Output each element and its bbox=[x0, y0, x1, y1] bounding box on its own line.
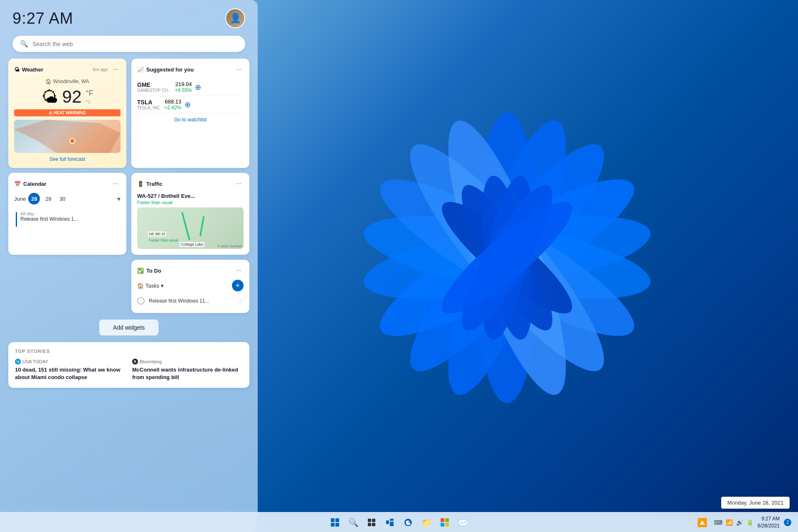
weather-map[interactable] bbox=[14, 120, 121, 153]
store-icon bbox=[440, 518, 449, 527]
calendar-chevron-icon[interactable]: ▾ bbox=[117, 195, 121, 203]
traffic-status-2: Faster than usual bbox=[148, 238, 180, 243]
event-time: All day bbox=[20, 211, 78, 216]
calendar-event[interactable]: All day Release first Windows 1... bbox=[14, 208, 121, 230]
stock-tsla-section: TSLA TESLA, INC. 688.13 +2.42% ⊕ bbox=[137, 99, 191, 111]
widgets-icon bbox=[386, 518, 394, 527]
todo-title: ✅ To Do bbox=[137, 268, 161, 274]
stock-item-tsla[interactable]: TSLA TESLA, INC. 688.13 +2.42% ⊕ bbox=[137, 96, 244, 113]
svg-rect-27 bbox=[390, 519, 394, 521]
story-item-1[interactable]: U USA TODAY 10 dead, 151 still missing: … bbox=[15, 359, 126, 381]
route2-label: NE 8th St bbox=[148, 232, 167, 236]
search-bar[interactable]: 🔍 bbox=[12, 36, 245, 52]
traffic-map[interactable]: NE 8th St Faster than usual Cottage Lake… bbox=[137, 207, 244, 249]
notification-badge[interactable]: 2 bbox=[784, 519, 791, 526]
widgets-taskbar-button[interactable] bbox=[382, 515, 397, 530]
stock-tsla-name: TESLA, INC. bbox=[137, 106, 161, 110]
clock-tray[interactable]: 9:27 AM 6/28/2021 bbox=[758, 515, 780, 530]
todo-header: ✅ To Do ··· bbox=[137, 266, 244, 276]
heat-warning: ⚠ HEAT WARNING bbox=[14, 109, 121, 116]
story-1-source: U USA TODAY bbox=[15, 359, 126, 365]
event-title: Release first Windows 1... bbox=[20, 216, 78, 222]
todo-widget: ✅ To Do ··· 🏠 Tasks ▾ + Release first Wi… bbox=[131, 260, 249, 313]
story-2-headline: McConnell wants infrastructure de-linked… bbox=[132, 366, 243, 381]
story-2-source: B Bloomberg bbox=[132, 359, 243, 365]
weather-map-dot bbox=[69, 138, 75, 144]
task-view-icon bbox=[367, 518, 376, 527]
story-1-source-name: USA TODAY bbox=[22, 359, 48, 364]
svg-rect-33 bbox=[445, 523, 449, 527]
story-2-source-name: Bloomberg bbox=[140, 359, 162, 364]
stories-grid: U USA TODAY 10 dead, 151 still missing: … bbox=[15, 359, 243, 381]
tasks-header: 🏠 Tasks ▾ + bbox=[137, 280, 244, 291]
stock-tsla-price: 688.13 bbox=[164, 99, 181, 105]
stocks-more-button[interactable]: ··· bbox=[234, 64, 244, 74]
svg-rect-25 bbox=[372, 523, 375, 526]
weather-age: 6m ago bbox=[93, 67, 108, 72]
mail-button[interactable]: ✉️ bbox=[456, 515, 470, 530]
widgets-grid: 🌤 Weather 6m ago ··· Woodinville, WA 🌤 9… bbox=[0, 59, 258, 313]
calendar-more-button[interactable]: ··· bbox=[111, 179, 121, 189]
stock-gme-price: 219.04 bbox=[175, 81, 192, 87]
svg-rect-31 bbox=[445, 518, 449, 522]
stock-item-gme[interactable]: GME GAMESTOP CO... 219.04 +4.55% ⊕ bbox=[137, 79, 244, 96]
stock-tsla-ticker: TSLA bbox=[137, 99, 161, 106]
task-view-button[interactable] bbox=[364, 515, 379, 530]
wifi-icon: 📶 bbox=[726, 519, 733, 526]
stocks-widget: 📈 Suggested for you ··· GME GAMESTOP CO.… bbox=[131, 59, 249, 168]
svg-rect-30 bbox=[441, 518, 444, 522]
weather-unit-f: °F bbox=[86, 89, 93, 97]
svg-rect-24 bbox=[368, 523, 371, 526]
system-icons: ⌨ 📶 🔊 🔋 bbox=[714, 519, 754, 526]
calendar-month: June bbox=[14, 196, 26, 202]
calendar-day-28[interactable]: 28 bbox=[28, 193, 40, 204]
search-input[interactable] bbox=[32, 41, 238, 47]
keyboard-icon: ⌨ bbox=[714, 519, 722, 526]
todo-checkbox-1[interactable] bbox=[137, 297, 145, 305]
edge-browser-button[interactable] bbox=[401, 515, 416, 530]
stock-tsla-prices: 688.13 +2.42% bbox=[164, 99, 181, 111]
event-details: All day Release first Windows 1... bbox=[20, 211, 78, 222]
calendar-icon: 📅 bbox=[14, 181, 21, 187]
traffic-more-button[interactable]: ··· bbox=[234, 179, 244, 189]
go-watchlist-link[interactable]: Go to watchlist bbox=[137, 113, 244, 123]
microsoft-store-button[interactable] bbox=[437, 515, 452, 530]
stock-gme-ticker: GME bbox=[137, 81, 171, 88]
see-forecast-link[interactable]: See full forecast bbox=[14, 156, 121, 162]
weather-sun-icon: 🌤 bbox=[42, 88, 58, 106]
user-avatar[interactable]: 👤 bbox=[225, 8, 245, 28]
battery-icon: 🔋 bbox=[746, 519, 754, 526]
weather-title: 🌤 Weather bbox=[14, 66, 43, 73]
search-icon: 🔍 bbox=[20, 40, 28, 48]
tasks-add-button[interactable]: + bbox=[232, 280, 244, 291]
traffic-widget: 🚦 Traffic ··· WA-527 / Bothell Eve... Fa… bbox=[131, 173, 249, 255]
search-taskbar-button[interactable]: 🔍 bbox=[346, 515, 361, 530]
todo-star-1[interactable]: ☆ bbox=[238, 298, 244, 304]
traffic-location: Cottage Lake bbox=[180, 242, 204, 247]
weather-more-button[interactable]: ··· bbox=[111, 64, 121, 74]
svg-rect-28 bbox=[390, 522, 394, 526]
stock-gme-section: GME GAMESTOP CO... 219.04 +4.55% ⊕ bbox=[137, 81, 201, 93]
traffic-route-1: WA-527 / Bothell Eve... bbox=[137, 193, 244, 199]
chevron-up-button[interactable]: 🔼 bbox=[695, 515, 710, 530]
windows-bloom bbox=[320, 50, 694, 466]
stock-tsla-add-button[interactable]: ⊕ bbox=[185, 100, 191, 109]
calendar-day-30[interactable]: 30 bbox=[57, 193, 68, 204]
calendar-day-29[interactable]: 29 bbox=[42, 193, 54, 204]
stock-gme-name: GAMESTOP CO... bbox=[137, 88, 171, 93]
svg-rect-19 bbox=[335, 518, 339, 522]
stock-gme-prices: 219.04 +4.55% bbox=[175, 81, 192, 93]
start-button[interactable] bbox=[328, 515, 342, 530]
todo-more-button[interactable]: ··· bbox=[234, 266, 244, 276]
add-widgets-button[interactable]: Add widgets bbox=[99, 320, 158, 335]
svg-rect-21 bbox=[335, 523, 339, 527]
windows-logo-icon bbox=[330, 518, 340, 527]
svg-rect-32 bbox=[441, 523, 444, 527]
file-explorer-button[interactable]: 📁 bbox=[419, 515, 434, 530]
todo-item-1[interactable]: Release first Windows 11... ☆ bbox=[137, 295, 244, 307]
calendar-widget: 📅 Calendar ··· June 28 29 30 ▾ All day R… bbox=[8, 173, 126, 255]
stock-gme-add-button[interactable]: ⊕ bbox=[195, 83, 201, 92]
stock-gme-info: GME GAMESTOP CO... bbox=[137, 81, 171, 93]
story-item-2[interactable]: B Bloomberg McConnell wants infrastructu… bbox=[132, 359, 243, 381]
add-widgets-row: Add widgets bbox=[0, 313, 258, 342]
